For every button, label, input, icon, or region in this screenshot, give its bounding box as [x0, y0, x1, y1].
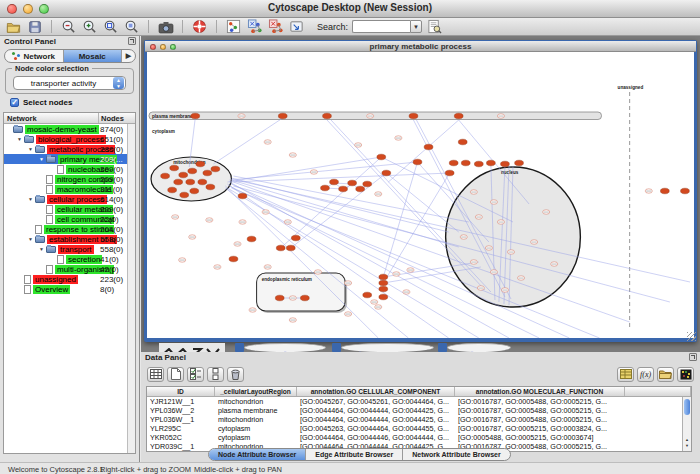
hide-selected-nodes-icon[interactable]: [246, 19, 263, 35]
network-node-outline[interactable]: [477, 286, 484, 290]
network-node-outline[interactable]: [490, 270, 497, 274]
table-scrollbar[interactable]: ▲▼: [682, 397, 691, 451]
table-scrollbar-thumb[interactable]: [684, 399, 690, 415]
tree-scrollbar[interactable]: [127, 124, 135, 453]
network-node-outline[interactable]: [645, 189, 652, 193]
network-node-outline[interactable]: [264, 265, 271, 269]
tree-row[interactable]: cellular metabo209(0): [4, 204, 127, 214]
network-node-outline[interactable]: [403, 290, 410, 294]
network-node-outline[interactable]: [289, 296, 296, 300]
tree-row[interactable]: response to stimulu264(0): [4, 224, 127, 234]
network-node-outline[interactable]: [289, 318, 296, 322]
network-node[interactable]: [379, 294, 388, 300]
network-node[interactable]: [161, 173, 170, 179]
network-node[interactable]: [180, 192, 189, 198]
tree-row[interactable]: mosaic-demo-yeast874(0): [4, 124, 127, 134]
region-mitochondrion[interactable]: mitochondrion: [151, 157, 231, 201]
network-node-outline[interactable]: [206, 218, 213, 222]
network-node-outline[interactable]: [460, 235, 467, 239]
tab-edge-attribute-browser[interactable]: Edge Attribute Browser: [306, 449, 403, 460]
tab-overflow-arrow-icon[interactable]: ▶: [122, 50, 135, 62]
network-node[interactable]: [196, 161, 205, 167]
network-node[interactable]: [174, 179, 183, 185]
node-color-select[interactable]: transporter activity ▲▼: [13, 76, 126, 90]
tree-row[interactable]: nucleobase-209(0): [4, 164, 127, 174]
float-panel-icon[interactable]: [689, 353, 697, 361]
formula-icon[interactable]: f(x): [637, 367, 654, 382]
network-node-outline[interactable]: [214, 265, 221, 269]
network-node-outline[interactable]: [371, 300, 378, 304]
tree-row[interactable]: unassigned223(0): [4, 274, 127, 284]
network-node[interactable]: [198, 179, 207, 185]
network-node[interactable]: [458, 139, 467, 145]
network-node[interactable]: [300, 295, 309, 301]
tree-row[interactable]: cell communicat22(0): [4, 214, 127, 224]
tree-row[interactable]: macromolecule311(0): [4, 184, 127, 194]
column-header-id[interactable]: ID: [147, 387, 215, 396]
background-window-fragment[interactable]: [447, 343, 511, 352]
network-node[interactable]: [379, 274, 388, 280]
background-window-fragment[interactable]: [159, 343, 225, 352]
tree-row[interactable]: secretion41(0): [4, 254, 127, 264]
network-node-outline[interactable]: [344, 281, 351, 285]
network-canvas[interactable]: plasma membranecytoplasmnucleusmitochond…: [147, 52, 694, 338]
network-node[interactable]: [170, 165, 179, 171]
tree-row[interactable]: nitrogen compo209(0): [4, 174, 127, 184]
table-row[interactable]: YPL036W__1mitochondrion[GO:0044464, GO:0…: [147, 415, 691, 424]
network-node[interactable]: [191, 113, 200, 119]
network-node-outline[interactable]: [490, 200, 497, 204]
network-node[interactable]: [276, 245, 285, 251]
network-node-outline[interactable]: [239, 220, 246, 224]
network-node-outline[interactable]: [314, 270, 321, 274]
network-node-outline[interactable]: [507, 250, 514, 254]
zoom-out-icon[interactable]: [60, 19, 77, 35]
network-node[interactable]: [238, 193, 247, 199]
table-scrollbar-arrows[interactable]: ▲▼: [683, 437, 691, 451]
network-node[interactable]: [168, 187, 177, 193]
network-node-outline[interactable]: [238, 114, 245, 118]
network-node-outline[interactable]: [234, 242, 241, 246]
tree-row[interactable]: ▼biological_process651(0): [4, 134, 127, 144]
network-node[interactable]: [363, 292, 372, 298]
tab-node-attribute-browser[interactable]: Node Attribute Browser: [209, 449, 306, 460]
network-node-outline[interactable]: [172, 215, 179, 219]
network-node-outline[interactable]: [395, 136, 402, 140]
network-node-outline[interactable]: [289, 153, 296, 157]
search-input[interactable]: [352, 20, 410, 33]
network-node[interactable]: [203, 170, 212, 176]
network-node-outline[interactable]: [501, 288, 508, 292]
network-node[interactable]: [179, 172, 188, 178]
network-node[interactable]: [339, 186, 348, 192]
network-node[interactable]: [409, 113, 418, 119]
network-node-outline[interactable]: [375, 192, 382, 196]
vizmapper-icon[interactable]: [288, 19, 305, 35]
network-node[interactable]: [681, 188, 690, 194]
network-overview-icon[interactable]: [225, 19, 242, 35]
network-node[interactable]: [445, 170, 454, 176]
network-node-outline[interactable]: [497, 220, 504, 224]
help-icon[interactable]: [191, 19, 208, 35]
table-row[interactable]: YJR121W__1mitochondrion[GO:0045267, GO:0…: [147, 397, 691, 406]
column-header-cellular-component[interactable]: annotation.GO CELLULAR_COMPONENT: [297, 387, 455, 396]
new-attribute-icon[interactable]: [167, 367, 184, 382]
search-dropdown-arrow-icon[interactable]: ▼: [410, 20, 422, 33]
network-node[interactable]: [291, 235, 300, 241]
select-attributes-icon[interactable]: [187, 367, 204, 382]
background-window-fragment[interactable]: [244, 343, 326, 352]
network-node[interactable]: [363, 181, 372, 187]
zoom-selected-icon[interactable]: [123, 19, 140, 35]
network-node[interactable]: [247, 236, 256, 242]
network-node-outline[interactable]: [475, 215, 482, 219]
background-window-edge[interactable]: [235, 343, 244, 352]
expand-arrow-icon[interactable]: ▼: [28, 146, 35, 152]
network-node-outline[interactable]: [375, 305, 382, 309]
tree-row[interactable]: multi-organism pro42(0): [4, 264, 127, 274]
advanced-search-icon[interactable]: [426, 19, 443, 35]
table-row[interactable]: YLR295Ccytoplasm[GO:0045263, GO:0044464,…: [147, 424, 691, 433]
tree-row[interactable]: ▼primary metabo209(...: [4, 154, 127, 164]
network-node[interactable]: [275, 295, 284, 301]
network-node[interactable]: [449, 160, 458, 166]
table-row[interactable]: YPL036W__2plasma membrane[GO:0044464, GO…: [147, 406, 691, 415]
network-node-outline[interactable]: [262, 210, 269, 214]
tree-row[interactable]: ▼cellular process614(0): [4, 194, 127, 204]
